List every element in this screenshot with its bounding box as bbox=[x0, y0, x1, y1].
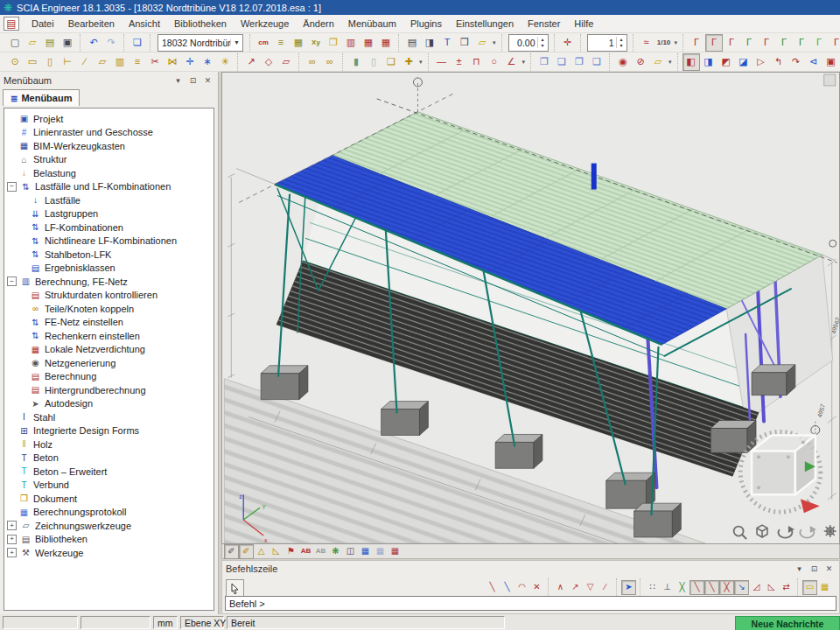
tree-item-23[interactable]: ⊞Integrierte Design Forms bbox=[4, 424, 214, 438]
tree-item-28[interactable]: ❐Dokument bbox=[4, 492, 214, 506]
trim-member-button[interactable]: ▷ bbox=[752, 53, 770, 71]
dropdown[interactable]: ▾ bbox=[675, 39, 678, 46]
open-project-button[interactable]: ▱ bbox=[24, 34, 41, 52]
value-spinner[interactable]: 0.00▴▾ bbox=[508, 34, 549, 52]
node-snap-button[interactable]: ✛ bbox=[181, 53, 199, 71]
visibility-button[interactable]: ◉ bbox=[614, 53, 632, 71]
snap-perpendicular-button[interactable]: ⊥ bbox=[660, 580, 675, 595]
view-corner-1-button[interactable]: Γ bbox=[688, 34, 705, 52]
panel-pin-button[interactable]: ⊡ bbox=[186, 74, 200, 87]
tree-item-4[interactable]: ↓Belastung bbox=[4, 166, 214, 180]
align-member-button[interactable]: ⊲ bbox=[805, 53, 822, 71]
move-member-button[interactable]: ◧ bbox=[682, 53, 700, 71]
redo-button[interactable]: ↷ bbox=[102, 34, 120, 52]
tree-item-13[interactable]: ▤Strukturdaten kontrollieren bbox=[4, 289, 214, 303]
dims-ruler-button[interactable]: ▭ bbox=[802, 580, 817, 595]
collapse-icon[interactable]: − bbox=[7, 182, 17, 192]
snap-intersection-button[interactable]: ╳ bbox=[675, 580, 690, 595]
show-sections-button[interactable]: ◫ bbox=[343, 544, 358, 559]
new-node-button[interactable]: ⊙ bbox=[6, 53, 24, 71]
new-column-button[interactable]: ▯ bbox=[41, 53, 59, 71]
tree-item-2[interactable]: ▦BIM-Werkzeugkasten bbox=[4, 139, 214, 153]
dims-table-button[interactable]: ▦ bbox=[817, 580, 832, 595]
revert-member-button[interactable]: ↷ bbox=[788, 53, 805, 71]
mirror-member-button[interactable]: ◩ bbox=[718, 53, 735, 71]
tree-item-9[interactable]: ⇅Nichtlineare LF-Kombinationen bbox=[4, 234, 214, 248]
document-note-button[interactable]: ▱ bbox=[473, 34, 491, 52]
new-messages-badge[interactable]: Neue Nachrichte bbox=[735, 616, 840, 630]
tree-item-31[interactable]: +▤Bibliotheken bbox=[4, 533, 214, 547]
link-pair-2-button[interactable]: ∞ bbox=[321, 53, 339, 71]
new-document-button[interactable]: ▢ bbox=[6, 34, 24, 52]
tree-item-25[interactable]: TBeton bbox=[4, 452, 214, 466]
divide-member-button[interactable]: ▣ bbox=[822, 53, 840, 71]
level-dimension-button[interactable]: ± bbox=[451, 53, 468, 71]
tree-item-32[interactable]: +⚒Werkzeuge bbox=[4, 546, 214, 560]
copy-attributes-button[interactable]: ❐ bbox=[325, 34, 342, 52]
document-icon[interactable]: ▤ bbox=[4, 17, 19, 31]
column-green-button[interactable]: ▮ bbox=[347, 53, 365, 71]
show-mesh-button[interactable]: ❋ bbox=[328, 544, 343, 559]
tree-item-6[interactable]: ↓Lastfälle bbox=[4, 193, 214, 207]
workspace-panel-button[interactable]: ❏ bbox=[129, 34, 146, 52]
layers-button[interactable]: ≡ bbox=[272, 34, 290, 52]
tree-item-18[interactable]: ◉Netzgenerierung bbox=[4, 356, 214, 370]
print-button[interactable]: ▤ bbox=[403, 34, 421, 52]
menu-item-4[interactable]: Werkzeuge bbox=[234, 17, 296, 31]
tree-item-0[interactable]: ▣Projekt bbox=[4, 112, 214, 126]
snap-endpoint-button[interactable]: ╲ bbox=[690, 580, 704, 595]
new-wall-button[interactable]: ▥ bbox=[111, 53, 129, 71]
join-beam-button[interactable]: ⋈ bbox=[164, 53, 181, 71]
value-spinner[interactable]: 1▴▾ bbox=[587, 34, 627, 52]
copy-to-doc-2-button[interactable]: ❏ bbox=[553, 53, 570, 71]
save-database-button[interactable]: ▤ bbox=[41, 34, 59, 52]
panel-pin-button[interactable]: ⊡ bbox=[808, 563, 821, 575]
panel-collapse-button[interactable]: ▾ bbox=[793, 563, 806, 575]
copy-template-button[interactable]: ❐ bbox=[570, 53, 588, 71]
tree-item-14[interactable]: ∞Teile/Knoten koppeln bbox=[4, 302, 214, 316]
cut-beam-button[interactable]: ✂ bbox=[146, 53, 164, 71]
selection-cursor-button[interactable] bbox=[226, 579, 244, 598]
hide-plane-button[interactable]: ⊘ bbox=[632, 53, 649, 71]
view-corner-2-button[interactable]: Γ bbox=[705, 34, 723, 52]
render-wireframe-button[interactable]: ✐ bbox=[224, 544, 239, 559]
snap-select-cursor-button[interactable]: ➤ bbox=[621, 580, 636, 595]
command-input[interactable]: Befehl > bbox=[225, 596, 836, 611]
render-solid-button[interactable]: ✐ bbox=[239, 544, 254, 559]
snap-cross-button[interactable]: ╳ bbox=[719, 580, 734, 595]
gallery-document-button[interactable]: ▥ bbox=[342, 34, 360, 52]
tree-item-24[interactable]: ‖Holz bbox=[4, 438, 214, 452]
save-button[interactable]: ▣ bbox=[59, 34, 76, 52]
tree-item-1[interactable]: #Linienraster und Geschosse bbox=[4, 126, 214, 140]
panel-close-button[interactable]: ✕ bbox=[822, 563, 836, 575]
work-plane-button[interactable]: ▱ bbox=[277, 53, 295, 71]
snap-grid-button[interactable]: ∷ bbox=[645, 580, 660, 595]
extend-member-button[interactable]: ↰ bbox=[770, 53, 788, 71]
image-gallery-button[interactable]: ❒ bbox=[456, 34, 473, 52]
snap-off-button[interactable]: ✕ bbox=[529, 580, 544, 595]
new-cross-beam-button[interactable]: ⊢ bbox=[59, 53, 76, 71]
view-corner-5-button[interactable]: Γ bbox=[758, 34, 775, 52]
height-dimension-button[interactable]: ⊓ bbox=[468, 53, 486, 71]
mesh-node-button[interactable]: ∗ bbox=[199, 53, 216, 71]
tree-item-11[interactable]: ▤Ergebnisklassen bbox=[4, 262, 214, 276]
units-cm-button[interactable]: cm bbox=[255, 34, 272, 52]
menu-item-8[interactable]: Einstellungen bbox=[449, 17, 521, 31]
view-corner-6-button[interactable]: Γ bbox=[775, 34, 793, 52]
undo-button[interactable]: ↶ bbox=[85, 34, 102, 52]
circle-dimension-button[interactable]: ○ bbox=[486, 53, 503, 71]
tree-item-5[interactable]: −⇅Lastfälle und LF-Kombinationen bbox=[4, 180, 214, 194]
print-preview-button[interactable]: ◨ bbox=[421, 34, 438, 52]
snap-slash-button[interactable]: ∕ bbox=[598, 580, 612, 595]
expand-icon[interactable]: + bbox=[7, 521, 17, 530]
open-layer-button[interactable]: ▱ bbox=[649, 53, 667, 71]
tree-item-17[interactable]: ▦Lokale Netzverdichtung bbox=[4, 343, 214, 357]
expand-icon[interactable]: + bbox=[7, 548, 17, 557]
column-green-2-button[interactable]: ▯ bbox=[365, 53, 382, 71]
dropdown[interactable]: ▾ bbox=[493, 39, 496, 46]
move-column-button[interactable]: ❏ bbox=[382, 53, 400, 71]
show-labels-button[interactable]: AB bbox=[298, 544, 313, 559]
show-surfaces-button[interactable]: △ bbox=[254, 544, 269, 559]
tree-item-7[interactable]: ⇊Lastgruppen bbox=[4, 207, 214, 221]
tab-menubaum[interactable]: ≣ Menübaum bbox=[3, 89, 80, 106]
